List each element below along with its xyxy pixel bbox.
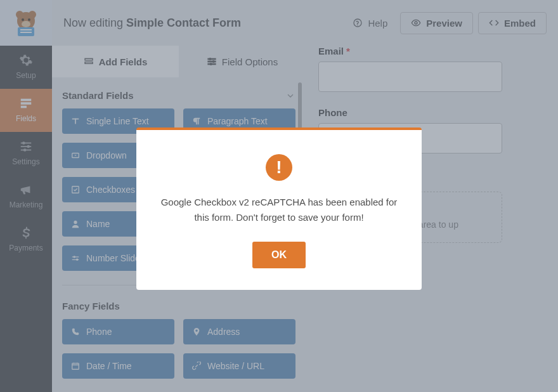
modal-overlay[interactable]: ! Google Checkbox v2 reCAPTCHA has been … xyxy=(0,0,558,392)
ok-button[interactable]: OK xyxy=(252,242,306,268)
alert-icon: ! xyxy=(266,154,292,181)
recaptcha-modal: ! Google Checkbox v2 reCAPTCHA has been … xyxy=(136,127,422,290)
modal-message: Google Checkbox v2 reCAPTCHA has been en… xyxy=(155,195,403,225)
